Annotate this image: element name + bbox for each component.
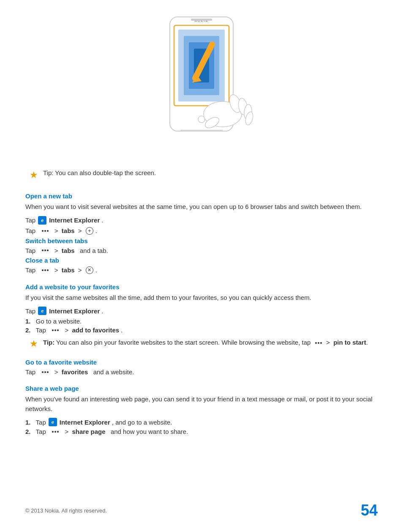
ie-icon-2: e — [38, 307, 46, 315]
tip-1-block: ★ Tip: You can also double-tap the scree… — [30, 169, 378, 181]
three-dots-7 — [52, 431, 59, 433]
heading-open-new-tab: Open a new tab — [25, 192, 378, 200]
instruction-ie-tap-1: Tap e Internet Explorer. — [25, 216, 378, 225]
heading-go-favorite: Go to a favorite website — [25, 359, 378, 366]
instruction-go-favorite: Tap > favorites and a website. — [25, 368, 378, 376]
star-icon-1: ★ — [30, 170, 38, 181]
section-share-web-page: Share a web page When you've found an in… — [25, 385, 378, 435]
three-dots-3 — [42, 269, 49, 271]
section-go-favorite: Go to a favorite website Tap > favorites… — [25, 359, 378, 376]
footer-copyright: © 2013 Nokia. All rights reserved. — [25, 507, 107, 514]
instruction-tabs-plus: Tap > tabs > +. — [25, 227, 378, 235]
text-add-favorites: If you visit the same websites all the t… — [25, 293, 378, 303]
text-open-new-tab: When you want to visit several websites … — [25, 202, 378, 212]
page-footer: © 2013 Nokia. All rights reserved. 54 — [25, 502, 378, 519]
star-icon-2: ★ — [30, 338, 38, 349]
text-share-web-page: When you've found an interesting web pag… — [25, 395, 378, 414]
tip-2-text: Tip: You can also pin your favorite webs… — [43, 338, 368, 348]
section-close-tab: Close a tab Tap > tabs > ✕. — [25, 257, 378, 274]
ie-icon-3: e — [49, 418, 57, 426]
instruction-switch-tabs: Tap > tabs and a tab. — [25, 247, 378, 254]
step-2-add-favorites: 2. Tap > add to favorites. — [25, 326, 378, 334]
three-dots-6 — [42, 371, 49, 373]
three-dots-4 — [52, 329, 59, 331]
heading-close-tab: Close a tab — [25, 257, 378, 264]
section-switch-tabs: Switch between tabs Tap > tabs and a tab… — [25, 237, 378, 254]
section-open-new-tab: Open a new tab When you want to visit se… — [25, 192, 378, 235]
step-2-share: 2. Tap > share page and how you want to … — [25, 428, 378, 435]
step-1-share: 1. Tap e Internet Explorer, and go to a … — [25, 418, 378, 426]
section-add-favorites: Add a website to your favorites If you v… — [25, 283, 378, 350]
instruction-close-tab: Tap > tabs > ✕. — [25, 266, 378, 274]
phone-illustration: NOKIA — [25, 13, 378, 156]
ie-icon-1: e — [38, 216, 46, 225]
svg-rect-7 — [191, 19, 212, 21]
heading-share-web-page: Share a web page — [25, 385, 378, 392]
circle-plus-icon: + — [86, 227, 93, 235]
instruction-ie-tap-2: Tap e Internet Explorer. — [25, 307, 378, 315]
three-dots-5 — [315, 342, 322, 344]
circle-x-icon: ✕ — [86, 266, 93, 274]
step-1-go-website: 1. Go to a website. — [25, 318, 378, 325]
three-dots-2 — [42, 250, 49, 251]
tip-2-block: ★ Tip: You can also pin your favorite we… — [30, 338, 378, 349]
heading-switch-tabs: Switch between tabs — [25, 237, 378, 244]
footer-page-number: 54 — [361, 502, 378, 519]
three-dots-1 — [42, 230, 49, 232]
heading-add-favorites: Add a website to your favorites — [25, 283, 378, 291]
tip-1-text: Tip: You can also double-tap the screen. — [43, 169, 156, 176]
